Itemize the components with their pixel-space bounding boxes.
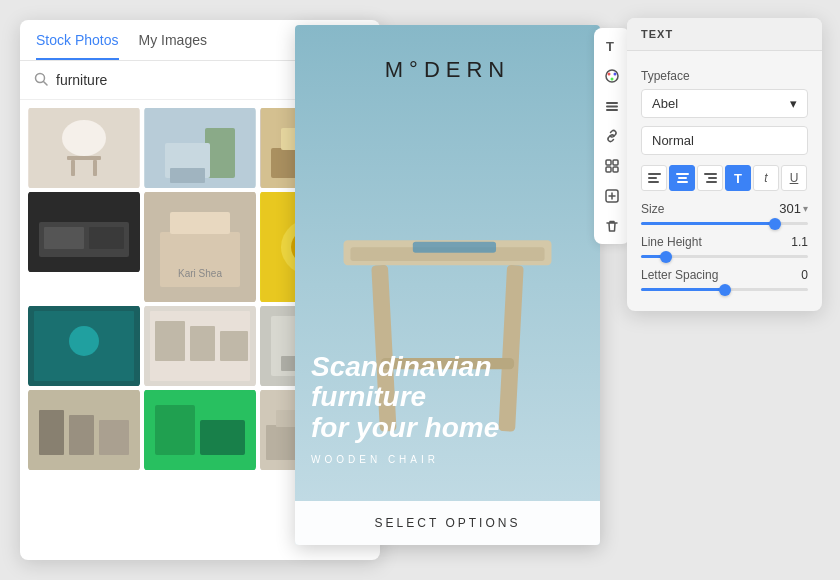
canvas-sub-text: WOODEN CHAIR (311, 454, 499, 465)
typeface-value: Abel (652, 96, 678, 111)
canvas-main-text: Scandinavianfurniturefor your home (311, 352, 499, 444)
text-settings-panel: TEXT Typeface Abel ▾ Normal T t (627, 18, 822, 311)
size-row: Size 301 ▾ (641, 201, 808, 216)
svg-point-28 (69, 326, 99, 356)
photo-item[interactable] (144, 108, 256, 188)
svg-rect-4 (67, 156, 101, 160)
svg-rect-68 (648, 173, 661, 175)
svg-rect-70 (648, 181, 659, 183)
align-left-button[interactable] (641, 165, 667, 191)
color-tool-icon[interactable] (598, 62, 626, 90)
svg-rect-49 (413, 242, 496, 253)
svg-rect-74 (704, 173, 717, 175)
select-options-button[interactable]: SELECT OPTIONS (295, 501, 600, 545)
underline-button[interactable]: U (781, 165, 807, 191)
svg-point-57 (611, 78, 614, 81)
svg-rect-18 (89, 227, 124, 249)
svg-rect-43 (200, 420, 245, 455)
svg-rect-10 (170, 168, 205, 183)
letter-spacing-row: Letter Spacing 0 (641, 268, 808, 282)
canvas-text-block: Scandinavianfurniturefor your home WOODE… (311, 352, 499, 465)
photo-item[interactable] (28, 390, 140, 470)
svg-rect-38 (39, 410, 64, 455)
furniture-illustration (295, 88, 600, 545)
svg-rect-75 (708, 177, 717, 179)
align-right-button[interactable] (697, 165, 723, 191)
svg-rect-33 (220, 331, 248, 361)
svg-point-55 (608, 73, 611, 76)
letter-spacing-slider[interactable] (641, 288, 808, 291)
letter-spacing-label: Letter Spacing (641, 268, 718, 282)
dropdown-arrow-icon: ▾ (790, 96, 797, 111)
svg-rect-58 (606, 102, 618, 104)
search-icon (34, 72, 48, 89)
size-arrow-icon: ▾ (803, 203, 808, 214)
svg-rect-63 (606, 167, 611, 172)
svg-rect-69 (648, 177, 657, 179)
photo-item[interactable]: Kari Shea (144, 192, 256, 302)
typeface-label: Typeface (641, 69, 808, 83)
svg-rect-42 (155, 405, 195, 455)
svg-text:T: T (606, 39, 614, 54)
canvas-area: M°DERN Scandinavianfurniturefor your hom… (295, 25, 600, 545)
svg-rect-64 (613, 167, 618, 172)
line-height-value: 1.1 (791, 235, 808, 249)
svg-rect-32 (190, 326, 215, 361)
text-panel-header: TEXT (627, 18, 822, 51)
line-height-row: Line Height 1.1 (641, 235, 808, 249)
svg-rect-76 (706, 181, 717, 183)
line-height-slider[interactable] (641, 255, 808, 258)
canvas-background: M°DERN Scandinavianfurniturefor your hom… (295, 25, 600, 545)
align-center-button[interactable] (669, 165, 695, 191)
svg-rect-60 (606, 109, 618, 111)
svg-line-1 (44, 81, 48, 85)
svg-rect-72 (678, 177, 687, 179)
svg-rect-40 (99, 420, 129, 455)
svg-rect-71 (676, 173, 689, 175)
svg-rect-31 (155, 321, 185, 361)
tab-my-images[interactable]: My Images (139, 32, 207, 60)
svg-point-56 (614, 73, 617, 76)
size-value-box[interactable]: 301 ▾ (779, 201, 808, 216)
font-style-dropdown[interactable]: Normal (641, 126, 808, 155)
svg-point-3 (62, 120, 106, 156)
svg-rect-17 (44, 227, 84, 249)
line-height-label: Line Height (641, 235, 702, 249)
size-slider[interactable] (641, 222, 808, 225)
svg-rect-73 (677, 181, 688, 183)
photo-item[interactable] (144, 306, 256, 386)
svg-rect-39 (69, 415, 94, 455)
sidebar-icons-panel: T (594, 28, 630, 244)
photo-item[interactable] (28, 192, 140, 272)
svg-text:Kari Shea: Kari Shea (178, 268, 222, 279)
add-icon[interactable] (598, 182, 626, 210)
format-buttons-row: T t U (641, 165, 808, 191)
delete-icon[interactable] (598, 212, 626, 240)
grid-icon[interactable] (598, 152, 626, 180)
typeface-dropdown[interactable]: Abel ▾ (641, 89, 808, 118)
svg-rect-5 (71, 160, 75, 176)
text-color-button[interactable]: T (725, 165, 751, 191)
svg-rect-62 (613, 160, 618, 165)
link-icon[interactable] (598, 122, 626, 150)
svg-rect-59 (606, 106, 618, 108)
svg-rect-61 (606, 160, 611, 165)
italic-button[interactable]: t (753, 165, 779, 191)
tab-stock-photos[interactable]: Stock Photos (36, 32, 119, 60)
size-value: 301 (779, 201, 801, 216)
photo-item[interactable] (28, 108, 140, 188)
canvas-logo: M°DERN (385, 57, 510, 83)
size-label: Size (641, 202, 664, 216)
letter-spacing-value: 0 (801, 268, 808, 282)
layers-icon[interactable] (598, 92, 626, 120)
svg-rect-21 (170, 212, 230, 234)
photo-item[interactable] (144, 390, 256, 470)
photo-item[interactable] (28, 306, 140, 386)
text-tool-icon[interactable]: T (598, 32, 626, 60)
svg-rect-51 (498, 265, 523, 432)
text-panel-body: Typeface Abel ▾ Normal T t U (627, 51, 822, 311)
svg-rect-6 (93, 160, 97, 176)
